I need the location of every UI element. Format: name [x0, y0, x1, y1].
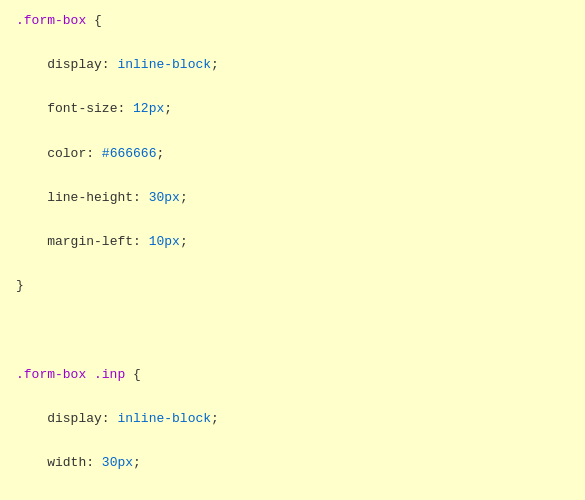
property-line: height: 30px;: [16, 496, 569, 500]
selector-line: .form-box {: [16, 10, 569, 32]
empty-line: [16, 319, 569, 341]
property-line: width: 30px;: [16, 452, 569, 474]
property-line: line-height: 30px;: [16, 187, 569, 209]
selector-line: .form-box .inp {: [16, 364, 569, 386]
property-line: font-size: 12px;: [16, 98, 569, 120]
closing-brace: }: [16, 275, 569, 297]
property-line: margin-left: 10px;: [16, 231, 569, 253]
property-line: color: #666666;: [16, 143, 569, 165]
property-line: display: inline-block;: [16, 408, 569, 430]
code-display: .form-box { display: inline-block; font-…: [16, 10, 569, 500]
property-line: display: inline-block;: [16, 54, 569, 76]
